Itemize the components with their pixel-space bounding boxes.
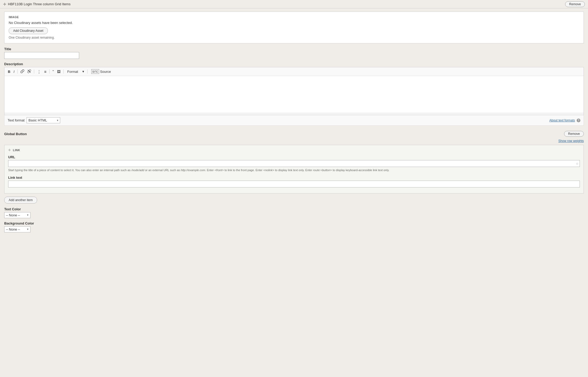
global-button-row: Global Button Remove	[4, 129, 584, 138]
italic-button[interactable]: I	[12, 69, 16, 74]
image-button[interactable]: 🖼	[56, 69, 62, 74]
title-input[interactable]	[4, 52, 79, 59]
add-another-item-button[interactable]: Add another item	[4, 197, 37, 203]
editor-footer	[4, 113, 584, 115]
title-label: Title	[4, 47, 584, 51]
source-label: Source	[100, 70, 111, 74]
show-row-weights: Show row weights	[4, 139, 584, 143]
no-assets-text: No Cloudinary assets have been selected.	[9, 21, 579, 25]
help-icon[interactable]: ?	[577, 119, 580, 122]
source-button[interactable]: src Source	[89, 68, 113, 75]
image-section: IMAGE No Cloudinary assets have been sel…	[4, 12, 584, 43]
top-bar-title-group: ✛ HBF110B Login Three column Grid Items	[3, 2, 70, 6]
url-clear-icon[interactable]: ○	[576, 161, 578, 166]
link-text-input[interactable]	[8, 181, 580, 187]
toolbar-separator-4	[63, 69, 64, 74]
format-group: Format ▼	[65, 69, 86, 74]
remaining-text: One Cloudinary asset remaining.	[9, 36, 579, 39]
remove-top-button[interactable]: Remove	[565, 1, 585, 7]
text-color-select[interactable]: – None – White Black	[4, 212, 31, 218]
show-row-weights-link[interactable]: Show row weights	[558, 139, 584, 143]
description-editor-body[interactable]	[4, 76, 584, 113]
url-input[interactable]	[8, 160, 580, 167]
url-label: URL	[8, 155, 580, 159]
global-button-remove[interactable]: Remove	[564, 131, 584, 137]
toolbar-separator-2	[34, 69, 34, 74]
text-format-select[interactable]: Basic HTML Restricted HTML Full HTML Pla…	[27, 117, 60, 123]
text-color-label: Text Color	[4, 207, 584, 211]
text-format-bar: Text format Basic HTML Restricted HTML F…	[4, 115, 584, 126]
description-label: Description	[4, 62, 584, 66]
text-format-label: Text format	[8, 118, 24, 122]
ordered-list-button[interactable]: ≡	[43, 69, 48, 74]
url-input-wrapper: ○	[8, 160, 580, 167]
move-icon[interactable]: ✛	[3, 2, 6, 6]
link-text-label: Link text	[8, 176, 580, 180]
bold-button[interactable]: B	[7, 69, 12, 74]
text-color-select-wrapper: – None – White Black	[4, 212, 31, 218]
background-color-select[interactable]: – None – White Black	[4, 226, 31, 232]
toolbar-separator-1	[17, 69, 18, 74]
text-format-left: Text format Basic HTML Restricted HTML F…	[8, 117, 60, 123]
format-button[interactable]: Format	[65, 69, 80, 74]
background-color-label: Background Color	[4, 221, 584, 225]
link-text-field-row: Link text	[8, 176, 580, 187]
add-cloudinary-asset-button[interactable]: Add Cloudinary Asset	[9, 27, 48, 34]
url-help-text: Start typing the title of a piece of con…	[8, 168, 580, 172]
global-button-label: Global Button	[4, 132, 27, 136]
link-section-label: LINK	[13, 149, 20, 152]
source-icon: src	[91, 69, 99, 74]
unlink-button[interactable]	[26, 69, 32, 74]
toolbar-separator-3	[49, 69, 50, 74]
toolbar-separator-5	[87, 69, 88, 74]
drag-handle-icon[interactable]: ✛	[8, 148, 11, 152]
link-header: ✛ LINK	[8, 148, 580, 152]
link-section: ✛ LINK URL ○ Start typing the title of a…	[4, 145, 584, 193]
format-dropdown-arrow[interactable]: ▼	[81, 69, 86, 74]
unordered-list-button[interactable]: ⋮	[36, 69, 42, 74]
blockquote-button[interactable]: "	[51, 69, 55, 74]
background-color-select-wrapper: – None – White Black	[4, 226, 31, 232]
url-field-row: URL ○ Start typing the title of a piece …	[8, 155, 580, 172]
image-section-label: IMAGE	[9, 16, 579, 19]
about-text-formats-group: About text formats ?	[549, 118, 580, 123]
svg-line-0	[28, 70, 31, 73]
page-title: HBF110B Login Three column Grid Items	[8, 2, 70, 6]
description-editor: B I ⋮ ≡ " 🖼	[4, 67, 584, 115]
about-text-formats-link[interactable]: About text formats	[549, 119, 575, 122]
main-content: IMAGE No Cloudinary assets have been sel…	[0, 8, 588, 239]
link-button[interactable]	[19, 69, 26, 74]
editor-toolbar: B I ⋮ ≡ " 🖼	[4, 67, 584, 76]
text-format-select-wrapper: Basic HTML Restricted HTML Full HTML Pla…	[27, 117, 60, 123]
top-bar: ✛ HBF110B Login Three column Grid Items …	[0, 0, 588, 8]
